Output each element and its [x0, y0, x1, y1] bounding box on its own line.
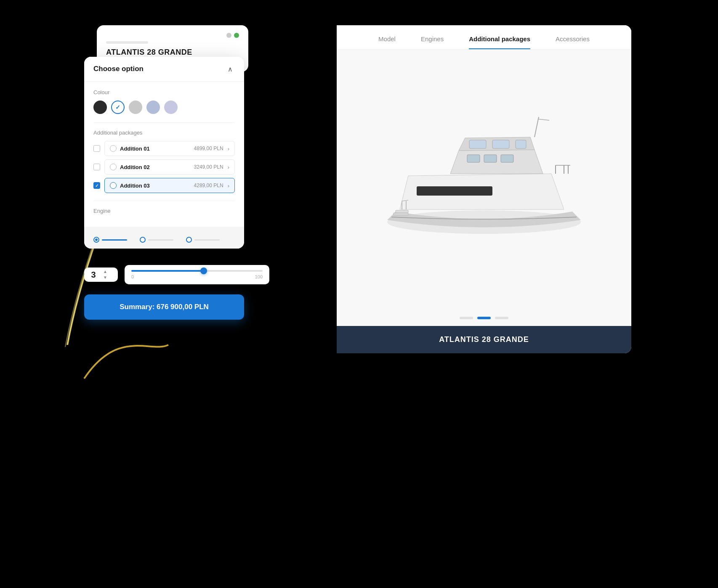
slider-min-label: 0	[131, 274, 134, 279]
engine-line-2	[148, 239, 173, 241]
package-price-2: 3249,00 PLN	[194, 164, 223, 170]
right-panel: Model Engines Additional packages Access…	[337, 25, 631, 353]
title-bar	[106, 41, 148, 44]
slider-container: 0 100	[125, 265, 269, 284]
slider-max-label: 100	[255, 274, 263, 279]
quantity-box: 3 ▲ ▼	[84, 268, 118, 282]
svg-rect-17	[396, 210, 408, 213]
engine-section	[84, 227, 244, 249]
tab-additional-packages[interactable]: Additional packages	[469, 35, 530, 49]
engine-label: Engine	[93, 208, 235, 214]
engine-line-1	[102, 239, 127, 241]
engine-radio-1[interactable]	[93, 237, 99, 243]
package-price-1: 4899,00 PLN	[194, 146, 223, 151]
package-name-3: Addition 03	[120, 183, 150, 189]
tabs-bar: Model Engines Additional packages Access…	[337, 25, 631, 50]
package-checkbox-1[interactable]	[93, 145, 100, 152]
package-item-left-1: Addition 01	[110, 145, 150, 152]
window-dots	[106, 33, 239, 38]
engine-radio-2[interactable]	[140, 237, 146, 243]
svg-rect-6	[501, 155, 513, 162]
product-card-title: ATLANTIS 28 GRANDE	[106, 48, 239, 57]
colour-row: ✓	[93, 101, 235, 114]
colour-swatch-light-gray[interactable]	[129, 101, 142, 114]
configurator-panel: Choose option ∧ Colour ✓ Additional	[84, 57, 244, 249]
svg-line-13	[538, 119, 549, 120]
colour-swatch-blue[interactable]: ✓	[111, 101, 125, 114]
carousel-dot-2[interactable]	[477, 317, 491, 319]
package-row-2: Addition 02 3249,00 PLN ›	[93, 159, 235, 175]
tab-accessories[interactable]: Accessories	[556, 35, 590, 49]
quantity-controls: ▲ ▼	[102, 269, 109, 280]
dot-green	[234, 33, 239, 38]
colour-check-icon: ✓	[115, 104, 120, 111]
carousel-dot-1[interactable]	[460, 317, 473, 319]
slider-fill	[131, 270, 204, 272]
package-price-3: 4289,00 PLN	[194, 183, 223, 188]
package-icon-2	[110, 164, 117, 170]
svg-rect-3	[516, 140, 526, 148]
package-item-3[interactable]: Addition 03 4289,00 PLN ›	[104, 178, 235, 193]
package-item-2[interactable]: Addition 02 3249,00 PLN ›	[104, 159, 235, 175]
slider-thumb[interactable]	[200, 268, 207, 274]
package-item-left-3: Addition 03	[110, 182, 150, 189]
summary-button[interactable]: Summary: 676 900,00 PLN	[84, 294, 244, 320]
package-checkbox-3[interactable]: ✓	[93, 182, 100, 189]
package-name-2: Addition 02	[120, 164, 150, 170]
quantity-slider-row: 3 ▲ ▼ 0 100	[84, 265, 269, 284]
slider-labels: 0 100	[131, 274, 263, 279]
package-item-left-2: Addition 02	[110, 164, 150, 170]
panel-header-title: Choose option	[93, 65, 144, 73]
carousel-dot-3[interactable]	[495, 317, 508, 319]
package-item-1[interactable]: Addition 01 4899,00 PLN ›	[104, 141, 235, 156]
section-divider-1	[93, 122, 235, 123]
packages-list: Addition 01 4899,00 PLN ›	[93, 141, 235, 193]
package-icon-1	[110, 145, 117, 152]
engine-option-2[interactable]	[140, 237, 173, 243]
carousel-dots	[337, 310, 631, 326]
svg-rect-5	[484, 155, 497, 162]
svg-rect-7	[417, 186, 492, 196]
colour-label: Colour	[93, 89, 235, 95]
engine-option-3[interactable]	[186, 237, 220, 243]
colour-swatch-dark[interactable]	[93, 101, 107, 114]
package-arrow-1: ›	[228, 146, 229, 152]
engine-options	[93, 237, 235, 243]
svg-rect-2	[492, 140, 509, 148]
svg-rect-1	[469, 140, 486, 148]
quantity-value: 3	[88, 270, 99, 280]
quantity-increment-button[interactable]: ▲	[102, 269, 109, 274]
package-name-1: Addition 01	[120, 146, 150, 152]
svg-line-12	[535, 117, 539, 137]
tab-engines[interactable]: Engines	[421, 35, 444, 49]
product-image-area	[337, 50, 631, 310]
svg-rect-18	[394, 213, 408, 215]
section-divider-2	[93, 201, 235, 201]
engine-radio-3[interactable]	[186, 237, 192, 243]
engine-option-1[interactable]	[93, 237, 127, 243]
slider-track[interactable]	[131, 270, 263, 272]
packages-label: Additional packages	[93, 130, 235, 136]
package-icon-3	[110, 182, 117, 189]
colour-swatch-light-blue[interactable]	[146, 101, 160, 114]
package-checkbox-2[interactable]	[93, 164, 100, 170]
package-arrow-3: ›	[228, 183, 229, 189]
tab-model[interactable]: Model	[378, 35, 396, 49]
boat-svg	[375, 104, 593, 256]
package-arrow-2: ›	[228, 164, 229, 170]
panel-header: Choose option ∧	[84, 57, 244, 82]
package-row-1: Addition 01 4899,00 PLN ›	[93, 141, 235, 156]
dot-gray	[226, 33, 231, 38]
product-name-footer: ATLANTIS 28 GRANDE	[337, 326, 631, 353]
package-row-3: ✓ Addition 03 4289,00 PLN ›	[93, 178, 235, 193]
svg-rect-4	[467, 155, 480, 162]
chevron-up-icon[interactable]: ∧	[226, 64, 235, 74]
panel-body: Colour ✓ Additional packages	[84, 82, 244, 227]
main-wrapper: ATLANTIS 28 GRANDE Choose option ∧ Colou…	[84, 25, 631, 555]
colour-swatch-lavender[interactable]	[164, 101, 178, 114]
engine-line-3	[194, 239, 220, 241]
check-mark-icon: ✓	[95, 183, 98, 188]
quantity-decrement-button[interactable]: ▼	[102, 275, 109, 280]
